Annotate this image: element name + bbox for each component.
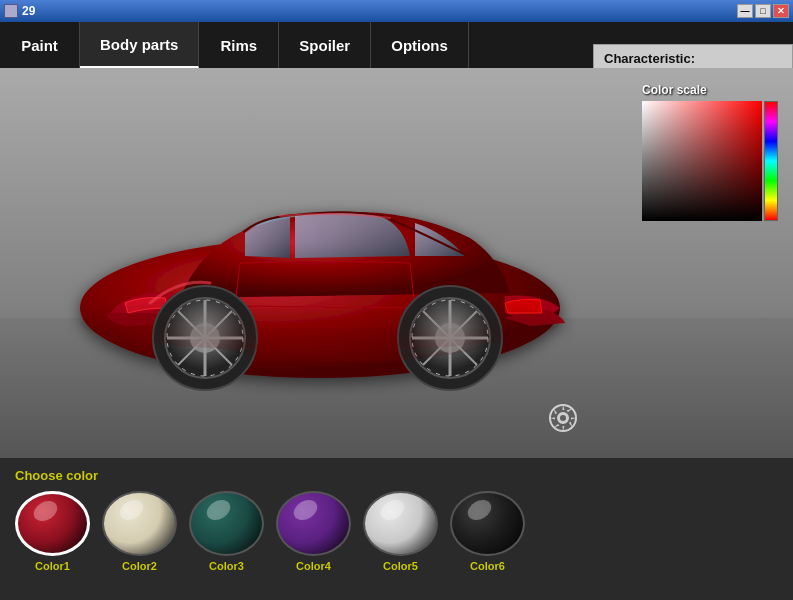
menu-item-rims[interactable]: Rims	[199, 22, 279, 68]
char-title: Characteristic:	[604, 51, 782, 66]
swatch-label-color2: Color2	[122, 560, 157, 572]
color-gradient-picker[interactable]	[642, 101, 762, 221]
swatch-ball-color2	[102, 491, 177, 556]
swatch-color5[interactable]: Color5	[363, 491, 438, 572]
swatch-label-color1: Color1	[35, 560, 70, 572]
swatch-color6[interactable]: Color6	[450, 491, 525, 572]
swatch-color4[interactable]: Color4	[276, 491, 351, 572]
choose-color-label: Choose color	[15, 468, 778, 483]
color-hue-strip[interactable]	[764, 101, 778, 221]
swatch-ball-color3	[189, 491, 264, 556]
bottom-panel: Choose color Color1Color2Color3Color4Col…	[0, 458, 793, 600]
car-svg	[50, 108, 610, 418]
settings-icon[interactable]	[548, 403, 578, 433]
color-scale-widget[interactable]	[642, 101, 778, 221]
menu-item-paint[interactable]: Paint	[0, 22, 80, 68]
swatch-color3[interactable]: Color3	[189, 491, 264, 572]
swatch-label-color4: Color4	[296, 560, 331, 572]
title-bar: 29 — □ ✕	[0, 0, 793, 22]
car-display	[50, 108, 610, 418]
viewport: Color scale	[0, 68, 793, 458]
window-title: 29	[22, 4, 35, 18]
swatch-ball-color1	[15, 491, 90, 556]
menu-item-options[interactable]: Options	[371, 22, 469, 68]
minimize-button[interactable]: —	[737, 4, 753, 18]
app-icon	[4, 4, 18, 18]
swatch-ball-color4	[276, 491, 351, 556]
swatch-label-color6: Color6	[470, 560, 505, 572]
close-button[interactable]: ✕	[773, 4, 789, 18]
svg-point-20	[559, 414, 567, 422]
maximize-button[interactable]: □	[755, 4, 771, 18]
window-controls: — □ ✕	[737, 4, 789, 18]
swatch-color2[interactable]: Color2	[102, 491, 177, 572]
swatch-ball-color6	[450, 491, 525, 556]
color-scale-panel: Color scale	[642, 83, 778, 221]
menu-item-body-parts[interactable]: Body parts	[80, 22, 199, 68]
swatch-label-color5: Color5	[383, 560, 418, 572]
swatch-ball-color5	[363, 491, 438, 556]
color-scale-label: Color scale	[642, 83, 778, 97]
swatch-label-color3: Color3	[209, 560, 244, 572]
color-swatches: Color1Color2Color3Color4Color5Color6	[15, 491, 778, 572]
menu-item-spoiler[interactable]: Spoiler	[279, 22, 371, 68]
swatch-color1[interactable]: Color1	[15, 491, 90, 572]
